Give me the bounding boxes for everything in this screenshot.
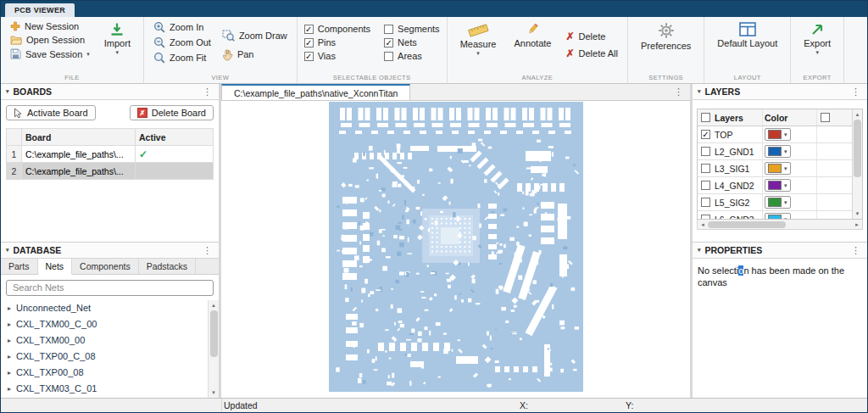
export-label: Export [804,38,831,48]
expand-arrow-icon[interactable]: ▸ [8,385,11,393]
database-scrollbar[interactable]: ▲ ▼ [208,300,219,399]
layer-color-dropdown[interactable]: ▾ [765,128,791,141]
layer-color-dropdown[interactable]: ▾ [765,213,791,220]
scroll-up-icon[interactable]: ▲ [211,300,216,310]
net-list-item[interactable]: ▸CXL_TXM00_00 [1,332,208,349]
import-button[interactable]: Import ▾ [98,20,136,57]
zoom-draw-button[interactable]: Zoom Draw [220,29,290,42]
layer-color-dropdown[interactable]: ▾ [765,179,791,192]
net-list-item[interactable]: ▸CXL_TXP00_08 [1,365,208,381]
scroll-right-icon[interactable]: ► [852,222,862,227]
scroll-down-icon[interactable]: ▼ [855,209,860,219]
tab-nets[interactable]: Nets [38,259,73,275]
layer-row-l2-gnd1[interactable]: L2_GND1 ▾ [698,143,852,160]
annotate-button[interactable]: Annotate [508,20,557,50]
zoom-in-button[interactable]: Zoom In [151,20,214,34]
layer-row-l4-gnd2[interactable]: L4_GND2 ▾ [698,177,852,194]
new-session-label: New Session [25,21,79,31]
database-panel-header: ▾ DATABASE ⋮ [1,243,219,259]
active-column-header[interactable]: Active [136,129,214,146]
pan-button[interactable]: Pan [220,47,290,62]
collapse-chevron-icon[interactable]: ▾ [698,247,701,254]
layers-hscrollbar[interactable]: ◄ ► [697,220,863,230]
zoom-fit-button[interactable]: Zoom Fit [151,51,214,64]
layer-visible-checkbox[interactable] [701,164,710,173]
tab-padstacks[interactable]: Padstacks [139,259,196,274]
scroll-down-icon[interactable]: ▼ [211,388,216,398]
delete-all-button[interactable]: ✗ Delete All [563,47,620,59]
document-tab[interactable]: C:\example_file_paths\native_XconnTitan [221,84,410,100]
new-session-button[interactable]: New Session [8,20,92,32]
save-disk-icon [10,48,21,59]
export-arrow-icon [810,22,825,36]
selectable-segments-checkbox[interactable]: Segments [384,24,440,34]
color-swatch [768,164,782,173]
net-list-item[interactable]: ▸CXL_TXP00_C_08 [1,349,208,365]
scrollbar-thumb[interactable] [708,221,786,228]
layer-row-l5-sig2[interactable]: L5_SIG2 ▾ [698,194,852,211]
expand-arrow-icon[interactable]: ▸ [8,304,11,312]
database-menu-icon[interactable]: ⋮ [201,245,214,256]
extra-column-checkbox-icon[interactable] [821,113,830,122]
expand-arrow-icon[interactable]: ▸ [8,321,11,328]
net-list-item[interactable]: ▸Unconnected_Net [1,300,208,316]
collapse-chevron-icon[interactable]: ▾ [698,88,701,95]
selectable-areas-checkbox[interactable]: Areas [384,51,440,61]
layer-color-dropdown[interactable]: ▾ [765,145,791,158]
nets-list: ▸Unconnected_Net ▸CXL_TXM00_C_00 ▸CXL_TX… [1,300,219,399]
scrollbar-thumb[interactable] [210,310,218,357]
default-layout-button[interactable]: Default Layout [711,20,783,50]
zoom-out-button[interactable]: Zoom Out [151,36,214,49]
measure-button[interactable]: Measure ▾ [454,20,503,58]
preferences-button[interactable]: Preferences [635,20,697,53]
selectable-components-checkbox[interactable]: ✓ Components [304,24,370,34]
layers-menu-icon[interactable]: ⋮ [849,87,862,98]
board-column-header[interactable]: Board [22,129,136,146]
search-nets-input[interactable] [6,280,214,296]
scroll-left-icon[interactable]: ◄ [698,222,708,227]
board-row-1[interactable]: 1 C:\example_file_paths\... ✓ [7,146,214,163]
tab-parts[interactable]: Parts [1,259,38,274]
chevron-down-icon: ▾ [815,50,819,55]
layer-name: L4_GND2 [715,181,754,191]
delete-button[interactable]: ✗ Delete [563,31,620,42]
layer-visible-checkbox[interactable] [701,198,710,207]
collapse-chevron-icon[interactable]: ▾ [6,247,9,254]
layer-visible-checkbox[interactable] [701,181,710,190]
measure-ruler-icon [467,22,489,37]
export-button[interactable]: Export ▾ [798,20,837,57]
activate-board-button[interactable]: Activate Board [6,105,96,120]
boards-menu-icon[interactable]: ⋮ [201,87,214,98]
expand-arrow-icon[interactable]: ▸ [8,337,11,344]
properties-menu-icon[interactable]: ⋮ [849,245,862,256]
app-tab-pcb-viewer[interactable]: PCB VIEWER [5,3,75,17]
selectable-nets-checkbox[interactable]: ✓ Nets [384,37,440,47]
layer-color-dropdown[interactable]: ▾ [765,196,791,209]
scroll-up-icon[interactable]: ▲ [855,109,860,120]
layer-row-l6-gnd3[interactable]: L6_GND3 ▾ [698,211,852,220]
layer-row-top[interactable]: ✓TOP ▾ [698,126,852,143]
net-list-item[interactable]: ▸CXL_TXM00_C_00 [1,316,208,332]
layer-color-dropdown[interactable]: ▾ [765,162,791,175]
selectable-pins-checkbox[interactable]: ✓ Pins [304,37,370,47]
expand-arrow-icon[interactable]: ▸ [8,353,11,360]
delete-board-button[interactable]: ✗ Delete Board [130,105,214,120]
expand-arrow-icon[interactable]: ▸ [8,369,11,377]
tab-components[interactable]: Components [72,259,139,274]
color-column-header: Color [762,109,816,126]
pcb-canvas[interactable] [221,101,690,398]
save-session-button[interactable]: Save Session ▾ [8,47,92,60]
selectable-vias-checkbox[interactable]: ✓ Vias [304,51,370,61]
select-all-checkbox-icon[interactable] [701,113,710,122]
board-row-2[interactable]: 2 C:\example_file_paths\... [7,163,214,180]
layers-vscrollbar[interactable]: ▲ ▼ [852,109,862,219]
net-list-item[interactable]: ▸CXL_TXM03_C_01 [1,381,208,397]
layer-visible-checkbox[interactable]: ✓ [701,130,710,139]
scrollbar-thumb[interactable] [854,120,861,177]
open-session-button[interactable]: Open Session [8,34,92,46]
layer-row-l3-sig1[interactable]: L3_SIG1 ▾ [698,160,852,177]
tabbar-menu-icon[interactable]: ⋮ [672,87,685,98]
layer-name: L2_GND1 [715,147,754,157]
collapse-chevron-icon[interactable]: ▾ [6,88,9,95]
layer-visible-checkbox[interactable] [701,147,710,156]
